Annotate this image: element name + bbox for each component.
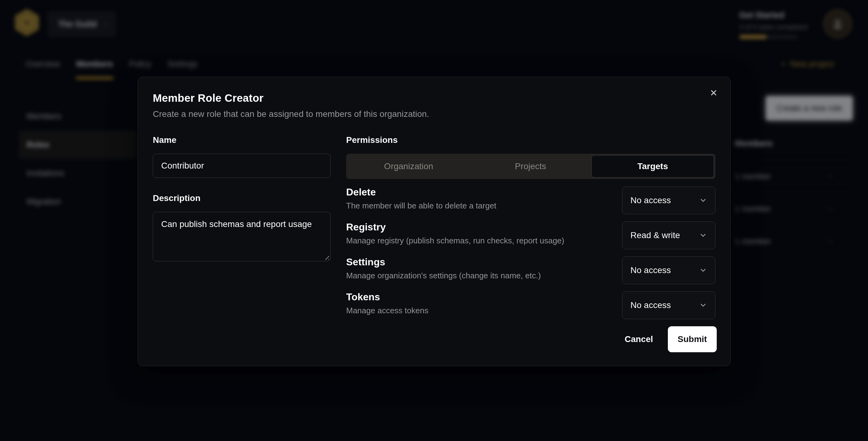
description-field-wrap: Can publish schemas and report usage bbox=[153, 212, 331, 262]
delete-access-select[interactable]: No access bbox=[622, 187, 715, 214]
chevron-down-icon bbox=[699, 301, 707, 309]
submit-button[interactable]: Submit bbox=[668, 326, 717, 352]
selected-value: No access bbox=[630, 265, 671, 275]
permission-title: Registry bbox=[346, 221, 564, 233]
permission-description: Manage access tokens bbox=[346, 306, 428, 315]
permissions-label: Permissions bbox=[346, 135, 715, 145]
registry-access-select[interactable]: Read & write bbox=[622, 221, 715, 249]
scope-tab-projects[interactable]: Projects bbox=[470, 155, 591, 178]
permission-title: Tokens bbox=[346, 291, 428, 303]
permissions-scope-tabs: Organization Projects Targets bbox=[346, 154, 715, 179]
permission-row-tokens: Tokens Manage access tokens No access bbox=[346, 291, 715, 319]
name-label: Name bbox=[153, 135, 331, 145]
close-icon[interactable]: ✕ bbox=[707, 86, 720, 100]
permission-title: Delete bbox=[346, 187, 496, 198]
permission-title: Settings bbox=[346, 256, 541, 268]
role-identity-column: Name Description Can publish schemas and… bbox=[153, 135, 331, 326]
role-description-textarea[interactable]: Can publish schemas and report usage bbox=[153, 212, 331, 261]
permission-info: Settings Manage organization's settings … bbox=[346, 256, 541, 281]
chevron-down-icon bbox=[699, 196, 707, 204]
dialog-title: Member Role Creator bbox=[153, 92, 715, 104]
permission-description: Manage organization's settings (change i… bbox=[346, 271, 541, 281]
permission-row-settings: Settings Manage organization's settings … bbox=[346, 256, 715, 285]
dialog-body: Name Description Can publish schemas and… bbox=[153, 135, 715, 326]
cancel-button[interactable]: Cancel bbox=[625, 334, 653, 344]
selected-value: No access bbox=[630, 300, 671, 310]
permission-row-delete: Delete The member will be able to delete… bbox=[346, 187, 715, 215]
settings-access-select[interactable]: No access bbox=[622, 256, 715, 284]
selected-value: Read & write bbox=[630, 230, 680, 240]
permission-info: Tokens Manage access tokens bbox=[346, 291, 428, 315]
dialog-subtitle: Create a new role that can be assigned t… bbox=[153, 109, 715, 119]
app-window: The Guild ⌄ Get Started 4 of 9 tasks com… bbox=[0, 0, 868, 441]
permissions-column: Permissions Organization Projects Target… bbox=[346, 135, 715, 326]
description-label: Description bbox=[153, 193, 331, 203]
chevron-down-icon bbox=[699, 231, 707, 239]
permission-info: Delete The member will be able to delete… bbox=[346, 187, 496, 211]
permission-rows: Delete The member will be able to delete… bbox=[346, 187, 715, 319]
scope-tab-targets[interactable]: Targets bbox=[591, 155, 714, 178]
chevron-down-icon bbox=[699, 266, 707, 274]
permission-info: Registry Manage registry (publish schema… bbox=[346, 221, 564, 246]
dialog-actions: Cancel Submit bbox=[625, 326, 717, 352]
scope-tab-organization[interactable]: Organization bbox=[348, 155, 470, 178]
tokens-access-select[interactable]: No access bbox=[622, 291, 715, 319]
selected-value: No access bbox=[630, 195, 671, 206]
permission-description: Manage registry (publish schemas, run ch… bbox=[346, 236, 564, 246]
permission-row-registry: Registry Manage registry (publish schema… bbox=[346, 221, 715, 250]
permission-description: The member will be able to delete a targ… bbox=[346, 201, 496, 211]
role-name-input[interactable] bbox=[153, 154, 331, 178]
member-role-creator-dialog: ✕ Member Role Creator Create a new role … bbox=[138, 77, 731, 366]
